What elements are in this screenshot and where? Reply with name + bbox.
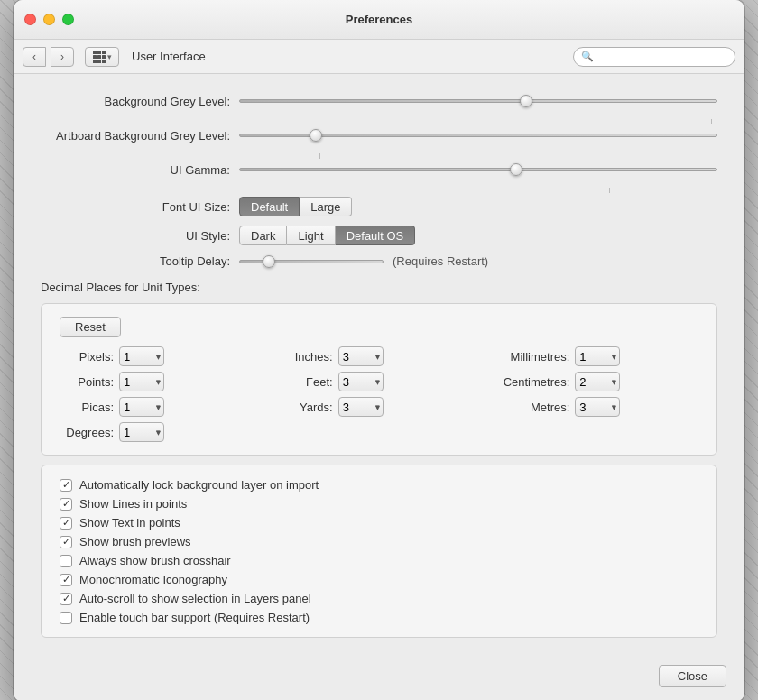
- yards-row: Yards: 123 ▾: [279, 397, 480, 417]
- millimetres-row: Millimetres: 123 ▾: [497, 346, 698, 366]
- centimetres-select[interactable]: 123: [575, 372, 620, 391]
- pixels-row: Pixels: 123 ▾: [60, 346, 261, 366]
- feet-select[interactable]: 123: [338, 372, 384, 391]
- toolbar: ‹ › ▾ User Interface 🔍: [14, 40, 744, 74]
- background-grey-slider[interactable]: [239, 92, 717, 110]
- inches-row: Inches: 123 ▾: [279, 346, 480, 366]
- always-crosshair-label: Always show brush crosshair: [79, 554, 231, 567]
- degrees-label: Degrees:: [60, 426, 114, 439]
- pixels-label: Pixels:: [60, 350, 114, 364]
- centimetres-select-wrap[interactable]: 123 ▾: [575, 372, 620, 391]
- background-grey-label: Background Grey Level:: [41, 95, 239, 108]
- maximize-window-button[interactable]: [62, 14, 74, 25]
- touch-bar-label: Enable touch bar support (Requires Resta…: [79, 611, 310, 624]
- requires-restart-label: (Requires Restart): [393, 254, 488, 268]
- forward-button[interactable]: ›: [51, 47, 74, 67]
- ui-style-button-group: Dark Light Default OS: [239, 226, 415, 245]
- degrees-select[interactable]: 123: [119, 422, 164, 442]
- tooltip-delay-slider[interactable]: [239, 260, 384, 263]
- pixels-select[interactable]: 123: [119, 346, 164, 366]
- grid-icon: [93, 51, 106, 63]
- artboard-grey-row: Artboard Background Grey Level:: [41, 126, 717, 144]
- ui-style-default-os-button[interactable]: Default OS: [336, 226, 416, 245]
- tooltip-delay-row: Tooltip Delay: (Requires Restart): [41, 254, 717, 268]
- checkbox-row-2: Show Text in points: [60, 516, 698, 530]
- grid-view-button[interactable]: ▾: [85, 47, 119, 67]
- picas-select[interactable]: 123: [119, 397, 164, 417]
- yards-select-wrap[interactable]: 123 ▾: [338, 397, 384, 417]
- yards-select[interactable]: 123: [338, 397, 384, 417]
- auto-scroll-checkbox[interactable]: [60, 593, 72, 605]
- font-size-large-button[interactable]: Large: [300, 197, 352, 216]
- points-label: Points:: [60, 375, 114, 389]
- monochromatic-checkbox[interactable]: [60, 574, 72, 586]
- pixels-select-wrap[interactable]: 123 ▾: [119, 346, 164, 366]
- font-ui-size-label: Font UI Size:: [41, 200, 239, 214]
- decimal-section-title: Decimal Places for Unit Types:: [41, 281, 717, 294]
- inches-select-wrap[interactable]: 123 ▾: [338, 346, 384, 366]
- show-brush-label: Show brush previews: [79, 535, 191, 548]
- search-icon: 🔍: [581, 51, 594, 62]
- slider-track-3: [239, 168, 717, 171]
- back-button[interactable]: ‹: [23, 47, 46, 67]
- auto-lock-label: Automatically lock background layer on i…: [79, 478, 319, 492]
- artboard-grey-label: Artboard Background Grey Level:: [41, 129, 239, 143]
- window-title: Preferences: [346, 13, 412, 26]
- checkbox-row-5: Monochromatic Iconography: [60, 573, 698, 586]
- millimetres-select[interactable]: 123: [575, 346, 620, 366]
- ui-gamma-slider[interactable]: [239, 161, 717, 179]
- minimize-window-button[interactable]: [43, 14, 55, 25]
- picas-label: Picas:: [60, 401, 114, 414]
- checkbox-row-0: Automatically lock background layer on i…: [60, 478, 698, 492]
- ui-gamma-label: UI Gamma:: [41, 163, 239, 177]
- inches-select[interactable]: 123: [338, 346, 384, 366]
- close-window-button[interactable]: [24, 14, 36, 25]
- forward-icon: ›: [60, 51, 64, 63]
- degrees-row: Degrees: 123 ▾: [60, 422, 261, 442]
- checkbox-row-7: Enable touch bar support (Requires Resta…: [60, 611, 698, 624]
- auto-lock-checkbox[interactable]: [60, 479, 72, 492]
- metres-select[interactable]: 123: [575, 397, 620, 417]
- search-box[interactable]: 🔍: [573, 47, 735, 67]
- decimal-grid: Pixels: 123 ▾ Inches: 123 ▾: [60, 346, 698, 442]
- metres-label: Metres:: [497, 401, 569, 414]
- feet-row: Feet: 123 ▾: [279, 372, 480, 391]
- artboard-slider-thumb[interactable]: [310, 129, 322, 142]
- gamma-slider-thumb[interactable]: [510, 163, 522, 176]
- ui-gamma-row: UI Gamma:: [41, 161, 717, 179]
- show-text-checkbox[interactable]: [60, 517, 72, 530]
- slider-track-2: [239, 134, 717, 137]
- picas-select-wrap[interactable]: 123 ▾: [119, 397, 164, 417]
- degrees-select-wrap[interactable]: 123 ▾: [119, 422, 164, 442]
- inches-label: Inches:: [279, 350, 333, 364]
- feet-select-wrap[interactable]: 123 ▾: [338, 372, 384, 391]
- points-select-wrap[interactable]: 123 ▾: [119, 372, 164, 391]
- decimal-box: Reset Pixels: 123 ▾ Inches: 123: [41, 303, 717, 456]
- footer: Close: [14, 656, 744, 700]
- artboard-grey-slider[interactable]: [239, 126, 717, 144]
- font-ui-size-row: Font UI Size: Default Large: [41, 197, 717, 216]
- ui-style-label: UI Style:: [41, 229, 239, 243]
- chevron-down-icon: ▾: [107, 52, 112, 61]
- show-brush-checkbox[interactable]: [60, 536, 72, 548]
- ui-style-light-button[interactable]: Light: [287, 226, 335, 245]
- close-button[interactable]: Close: [659, 665, 726, 687]
- reset-button[interactable]: Reset: [60, 317, 121, 337]
- always-crosshair-checkbox[interactable]: [60, 555, 72, 567]
- checkbox-row-6: Auto-scroll to show selection in Layers …: [60, 592, 698, 605]
- ui-style-dark-button[interactable]: Dark: [239, 226, 287, 245]
- decimal-section: Decimal Places for Unit Types: Reset Pix…: [41, 281, 717, 638]
- show-lines-checkbox[interactable]: [60, 498, 72, 511]
- tooltip-slider-thumb[interactable]: [263, 255, 275, 268]
- slider-thumb[interactable]: [520, 95, 532, 107]
- metres-select-wrap[interactable]: 123 ▾: [575, 397, 620, 417]
- millimetres-select-wrap[interactable]: 123 ▾: [575, 346, 620, 366]
- font-size-default-button[interactable]: Default: [239, 197, 300, 216]
- background-grey-row: Background Grey Level:: [41, 92, 717, 110]
- feet-label: Feet:: [279, 375, 333, 389]
- preferences-content: Background Grey Level: Artboard Backgrou…: [14, 74, 744, 656]
- auto-scroll-label: Auto-scroll to show selection in Layers …: [79, 592, 311, 605]
- points-select[interactable]: 123: [119, 372, 164, 391]
- touch-bar-checkbox[interactable]: [60, 612, 72, 624]
- millimetres-label: Millimetres:: [497, 350, 569, 364]
